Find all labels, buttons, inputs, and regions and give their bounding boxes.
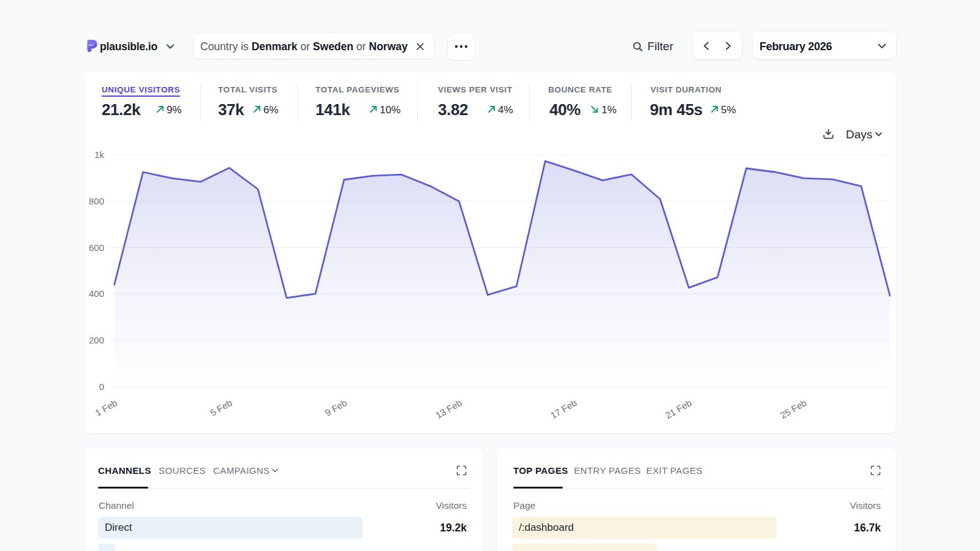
svg-text:400: 400 xyxy=(89,288,104,299)
svg-text:600: 600 xyxy=(89,242,104,253)
svg-text:1k: 1k xyxy=(94,149,104,160)
svg-text:13 Feb: 13 Feb xyxy=(434,397,464,421)
svg-text:800: 800 xyxy=(89,196,104,206)
svg-text:9 Feb: 9 Feb xyxy=(323,397,349,418)
svg-text:25 Feb: 25 Feb xyxy=(778,397,809,421)
svg-text:5 Feb: 5 Feb xyxy=(208,397,234,418)
svg-text:21 Feb: 21 Feb xyxy=(663,397,693,421)
svg-text:17 Feb: 17 Feb xyxy=(549,397,579,421)
svg-text:1 Feb: 1 Feb xyxy=(93,397,119,418)
svg-text:200: 200 xyxy=(89,335,104,345)
svg-text:0: 0 xyxy=(99,381,104,392)
